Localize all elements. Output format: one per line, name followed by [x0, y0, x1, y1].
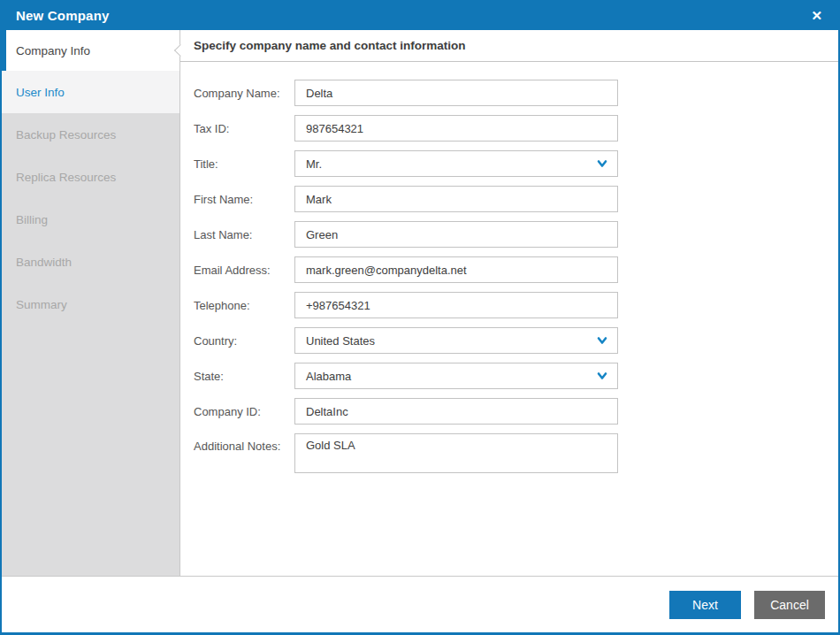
- sidebar-item-label: User Info: [16, 86, 65, 99]
- wizard-main: Company InfoUser InfoBackup ResourcesRep…: [2, 30, 838, 576]
- form-row-state: State:Alabama: [194, 363, 838, 389]
- wizard-steps-sidebar: Company InfoUser InfoBackup ResourcesRep…: [2, 30, 180, 576]
- sidebar-item-label: Replica Resources: [16, 171, 116, 184]
- sidebar-item-company-info[interactable]: Company Info: [2, 30, 179, 71]
- country-label: Country:: [194, 334, 294, 348]
- sidebar-item-label: Company Info: [16, 44, 90, 57]
- last-name-label: Last Name:: [194, 228, 294, 241]
- step-header-text: Specify company name and contact informa…: [194, 39, 466, 52]
- sidebar-item-billing: Billing: [2, 198, 179, 241]
- state-select[interactable]: Alabama: [294, 363, 618, 389]
- tax-id-input[interactable]: 987654321: [294, 115, 618, 142]
- next-button[interactable]: Next: [669, 591, 741, 619]
- email-address-input[interactable]: mark.green@companydelta.net: [294, 256, 618, 283]
- sidebar-item-summary: Summary: [2, 283, 179, 325]
- chevron-down-icon: [596, 370, 608, 382]
- company-id-value: DeltaInc: [306, 405, 348, 418]
- form-row-first-name: First Name:Mark: [194, 186, 838, 212]
- company-info-form: Company Name:DeltaTax ID:987654321Title:…: [180, 62, 838, 482]
- first-name-value: Mark: [306, 193, 332, 206]
- sidebar-item-label: Bandwidth: [16, 256, 72, 269]
- sidebar-item-label: Backup Resources: [16, 128, 116, 142]
- state-value: Alabama: [306, 370, 351, 383]
- dialog-titlebar: New Company ✕: [0, 0, 840, 30]
- company-id-label: Company ID:: [194, 405, 294, 418]
- title-label: Title:: [194, 157, 294, 171]
- sidebar-item-replica-resources: Replica Resources: [2, 156, 179, 198]
- close-icon[interactable]: ✕: [806, 5, 828, 26]
- form-row-additional-notes: Additional Notes:Gold SLA: [194, 433, 838, 473]
- tax-id-value: 987654321: [306, 122, 363, 135]
- company-name-label: Company Name:: [194, 87, 294, 100]
- sidebar-item-bandwidth: Bandwidth: [2, 241, 179, 283]
- country-value: United States: [306, 334, 375, 348]
- form-row-tax-id: Tax ID:987654321: [194, 115, 838, 142]
- form-row-telephone: Telephone:+987654321: [194, 292, 838, 318]
- telephone-input[interactable]: +987654321: [294, 292, 618, 318]
- company-name-input[interactable]: Delta: [294, 80, 618, 106]
- sidebar-item-label: Summary: [16, 298, 67, 311]
- state-label: State:: [194, 370, 294, 383]
- title-select[interactable]: Mr.: [294, 150, 618, 177]
- dialog-body: Company InfoUser InfoBackup ResourcesRep…: [2, 30, 838, 632]
- additional-notes-value: Gold SLA: [306, 439, 355, 452]
- new-company-dialog: New Company ✕ Company InfoUser InfoBacku…: [0, 0, 840, 635]
- form-row-last-name: Last Name:Green: [194, 221, 838, 248]
- email-address-value: mark.green@companydelta.net: [306, 264, 467, 277]
- wizard-content: Specify company name and contact informa…: [180, 30, 838, 576]
- additional-notes-label: Additional Notes:: [194, 433, 294, 453]
- title-value: Mr.: [306, 157, 322, 171]
- sidebar-item-user-info[interactable]: User Info: [2, 71, 179, 113]
- form-row-country: Country:United States: [194, 327, 838, 354]
- cancel-button[interactable]: Cancel: [754, 591, 825, 619]
- dialog-footer: Next Cancel: [2, 576, 838, 632]
- dialog-title: New Company: [16, 8, 110, 23]
- last-name-value: Green: [306, 228, 338, 241]
- step-header: Specify company name and contact informa…: [180, 30, 838, 62]
- country-select[interactable]: United States: [294, 327, 618, 354]
- form-row-title: Title:Mr.: [194, 150, 838, 177]
- first-name-label: First Name:: [194, 193, 294, 206]
- last-name-input[interactable]: Green: [294, 221, 618, 248]
- chevron-down-icon: [596, 157, 608, 170]
- first-name-input[interactable]: Mark: [294, 186, 618, 212]
- additional-notes-input[interactable]: Gold SLA: [294, 433, 618, 473]
- form-row-company-name: Company Name:Delta: [194, 80, 838, 106]
- form-row-company-id: Company ID:DeltaInc: [194, 398, 838, 425]
- tax-id-label: Tax ID:: [194, 122, 294, 135]
- telephone-label: Telephone:: [194, 299, 294, 312]
- sidebar-item-backup-resources: Backup Resources: [2, 113, 179, 156]
- form-row-email-address: Email Address:mark.green@companydelta.ne…: [194, 256, 838, 283]
- telephone-value: +987654321: [306, 299, 370, 312]
- chevron-down-icon: [596, 334, 608, 347]
- email-address-label: Email Address:: [194, 264, 294, 277]
- sidebar-item-label: Billing: [16, 213, 48, 226]
- company-name-value: Delta: [306, 87, 332, 100]
- company-id-input[interactable]: DeltaInc: [294, 398, 618, 425]
